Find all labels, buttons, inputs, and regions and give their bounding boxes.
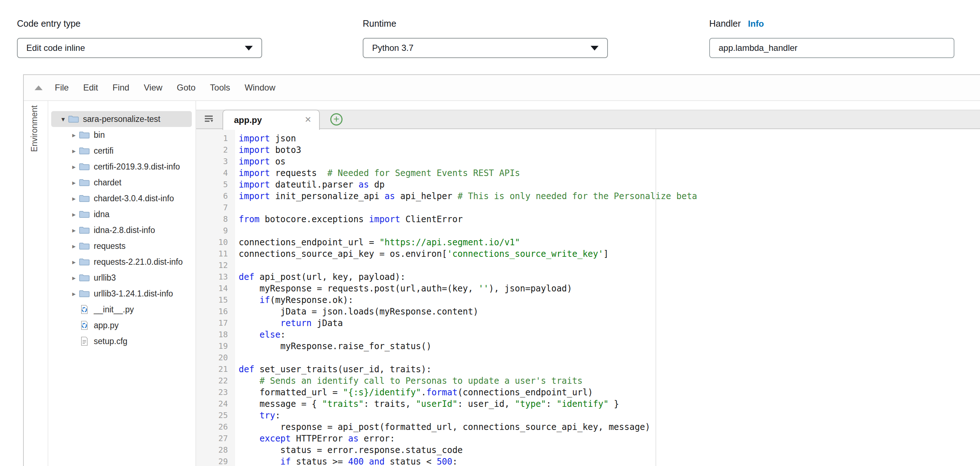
menu-item-tools[interactable]: Tools — [203, 83, 237, 93]
disclosure-triangle-icon[interactable]: ▸ — [69, 258, 79, 266]
line-number[interactable]: 20 — [196, 352, 235, 364]
code-line[interactable]: 14 myResponse = requests.post(url,auth=(… — [196, 283, 980, 294]
line-number[interactable]: 23 — [196, 386, 235, 398]
code-line[interactable]: 17 return jData — [196, 317, 980, 329]
line-number[interactable]: 6 — [196, 191, 235, 202]
code-line[interactable]: 11 connections_source_api_key = os.envir… — [196, 248, 980, 260]
collapse-editor-icon[interactable] — [35, 86, 43, 90]
line-number[interactable]: 16 — [196, 306, 235, 317]
code-line[interactable]: 20 — [196, 352, 980, 364]
code-line[interactable]: 10 connections_endpoint_url = "https://a… — [196, 237, 980, 248]
code-line[interactable]: 16 jData = json.loads(myResponse.content… — [196, 306, 980, 317]
line-number[interactable]: 2 — [196, 144, 235, 156]
menu-item-goto[interactable]: Goto — [169, 83, 203, 93]
disclosure-triangle-icon[interactable]: ▸ — [69, 178, 79, 187]
new-tab-button[interactable]: + — [330, 113, 342, 126]
tree-item-urllib3[interactable]: ▸ urllib3 — [48, 270, 196, 286]
disclosure-triangle-icon[interactable]: ▸ — [69, 147, 79, 155]
line-number[interactable]: 14 — [196, 283, 235, 294]
disclosure-triangle-icon[interactable]: ▸ — [69, 194, 79, 203]
handler-input[interactable] — [709, 38, 955, 58]
tab-list-icon[interactable] — [204, 115, 213, 124]
close-tab-icon[interactable]: × — [305, 114, 311, 126]
disclosure-triangle-icon[interactable]: ▸ — [69, 242, 79, 250]
line-number[interactable]: 19 — [196, 340, 235, 352]
line-number[interactable]: 18 — [196, 329, 235, 340]
code-line[interactable]: 25 try: — [196, 410, 980, 421]
code-line[interactable]: 7 — [196, 202, 980, 213]
tree-item-certifi-2019-3-9-dist-info[interactable]: ▸ certifi-2019.3.9.dist-info — [48, 159, 196, 175]
tree-item-bin[interactable]: ▸ bin — [48, 127, 196, 143]
disclosure-triangle-icon[interactable]: ▸ — [69, 163, 79, 171]
code-line[interactable]: 4 import requests # Needed for Segment E… — [196, 167, 980, 179]
line-number[interactable]: 26 — [196, 421, 235, 433]
code-line[interactable]: 23 formatted_url = "{:s}/identify".forma… — [196, 386, 980, 398]
tree-item-app-py[interactable]: app.py — [48, 317, 196, 333]
menu-item-file[interactable]: File — [48, 83, 76, 93]
code-line[interactable]: 28 status = error.response.status_code — [196, 444, 980, 456]
code-line[interactable]: 8 from botocore.exceptions import Client… — [196, 213, 980, 225]
tree-item-requests[interactable]: ▸ requests — [48, 238, 196, 254]
line-number[interactable]: 11 — [196, 248, 235, 260]
tab-app-py[interactable]: app.py × — [223, 110, 320, 130]
line-number[interactable]: 3 — [196, 156, 235, 167]
line-number[interactable]: 4 — [196, 167, 235, 179]
line-number[interactable]: 7 — [196, 202, 235, 213]
code-entry-type-select[interactable]: Edit code inline — [17, 38, 262, 58]
line-number[interactable]: 21 — [196, 364, 235, 375]
code-line[interactable]: 3 import os — [196, 156, 980, 167]
tree-item-chardet-3-0-4-dist-info[interactable]: ▸ chardet-3.0.4.dist-info — [48, 191, 196, 206]
tree-item-setup-cfg[interactable]: setup.cfg — [48, 333, 196, 349]
line-number[interactable]: 12 — [196, 260, 235, 271]
line-number[interactable]: 27 — [196, 433, 235, 444]
tree-item-certifi[interactable]: ▸ certifi — [48, 143, 196, 159]
code-line[interactable]: 21 def set_user_traits(user_id, traits): — [196, 364, 980, 375]
disclosure-triangle-icon[interactable]: ▸ — [69, 210, 79, 219]
code-line[interactable]: 27 except HTTPError as error: — [196, 433, 980, 444]
menu-item-edit[interactable]: Edit — [76, 83, 105, 93]
line-number[interactable]: 10 — [196, 237, 235, 248]
code-line[interactable]: 29 if status >= 400 and status < 500: — [196, 456, 980, 466]
tree-item-requests-2-21-0-dist-info[interactable]: ▸ requests-2.21.0.dist-info — [48, 254, 196, 270]
code-line[interactable]: 24 message = { "traits": traits, "userId… — [196, 398, 980, 410]
disclosure-triangle-icon[interactable]: ▸ — [69, 226, 79, 234]
menu-item-view[interactable]: View — [137, 83, 170, 93]
line-number[interactable]: 24 — [196, 398, 235, 410]
line-number[interactable]: 9 — [196, 225, 235, 237]
line-number[interactable]: 13 — [196, 271, 235, 283]
line-number[interactable]: 8 — [196, 213, 235, 225]
line-number[interactable]: 25 — [196, 410, 235, 421]
runtime-select[interactable]: Python 3.7 — [363, 38, 608, 58]
code-line[interactable]: 1 import json — [196, 133, 980, 144]
code-line[interactable]: 9 — [196, 225, 980, 237]
menu-item-window[interactable]: Window — [237, 83, 282, 93]
tree-item-sara-personalize-test[interactable]: ▾ sara-personalize-test — [51, 111, 192, 127]
code-line[interactable]: 22 # Sends an identify call to Personas … — [196, 375, 980, 386]
code-line[interactable]: 15 if(myResponse.ok): — [196, 294, 980, 306]
line-number[interactable]: 1 — [196, 133, 235, 144]
line-number[interactable]: 28 — [196, 444, 235, 456]
tree-item-init-py[interactable]: __init__.py — [48, 302, 196, 317]
environment-tab[interactable]: Environment — [24, 101, 48, 466]
code-line[interactable]: 6 import init_personalize_api as api_hel… — [196, 191, 980, 202]
line-number[interactable]: 29 — [196, 456, 235, 466]
disclosure-triangle-icon[interactable]: ▸ — [69, 274, 79, 282]
disclosure-triangle-icon[interactable]: ▾ — [59, 115, 68, 123]
disclosure-triangle-icon[interactable]: ▸ — [69, 289, 79, 298]
disclosure-triangle-icon[interactable]: ▸ — [69, 131, 79, 139]
line-number[interactable]: 17 — [196, 317, 235, 329]
line-number[interactable]: 5 — [196, 179, 235, 191]
code-line[interactable]: 5 import dateutil.parser as dp — [196, 179, 980, 191]
code-line[interactable]: 26 response = api_post(formatted_url, co… — [196, 421, 980, 433]
menu-item-find[interactable]: Find — [105, 83, 137, 93]
line-number[interactable]: 22 — [196, 375, 235, 386]
line-number[interactable]: 15 — [196, 294, 235, 306]
tree-item-urllib3-1-24-1-dist-info[interactable]: ▸ urllib3-1.24.1.dist-info — [48, 286, 196, 302]
code-line[interactable]: 2 import boto3 — [196, 144, 980, 156]
code-line[interactable]: 13 def api_post(url, key, payload): — [196, 271, 980, 283]
code-line[interactable]: 18 else: — [196, 329, 980, 340]
handler-info-link[interactable]: Info — [748, 18, 764, 29]
tree-item-idna-2-8-dist-info[interactable]: ▸ idna-2.8.dist-info — [48, 222, 196, 238]
tree-item-idna[interactable]: ▸ idna — [48, 206, 196, 222]
tree-item-chardet[interactable]: ▸ chardet — [48, 175, 196, 191]
